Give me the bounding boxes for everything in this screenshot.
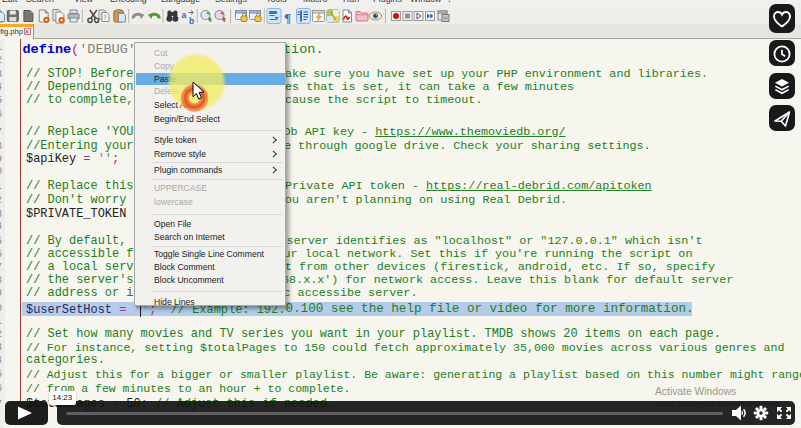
svg-text:¶: ¶ xyxy=(284,10,291,25)
svg-text:a: a xyxy=(182,10,187,20)
